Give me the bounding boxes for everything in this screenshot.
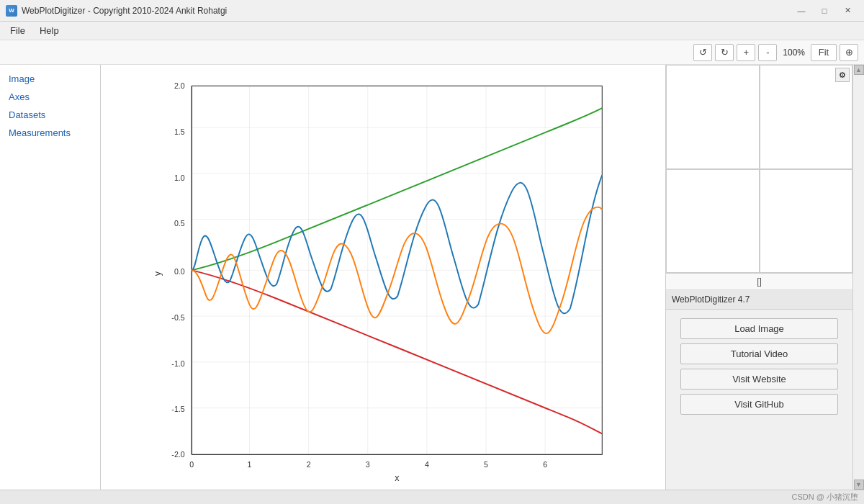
menu-file[interactable]: File	[3, 24, 32, 37]
left-sidebar: Image Axes Datasets Measurements	[0, 65, 101, 490]
plot-area: 2.0 1.5 1.0 0.5 0.0 -0.5 -1.0 -1.5 -2.0 …	[101, 65, 665, 490]
zoom-out-button[interactable]: -	[758, 44, 777, 61]
svg-text:5: 5	[484, 460, 488, 469]
chart-svg: 2.0 1.5 1.0 0.5 0.0 -0.5 -1.0 -1.5 -2.0 …	[108, 72, 658, 482]
svg-text:2: 2	[307, 460, 311, 469]
crosshair-button[interactable]: ⊕	[840, 44, 858, 61]
svg-text:6: 6	[543, 460, 547, 469]
bottom-bar: CSDN @ 小猪沉堕	[0, 490, 864, 504]
svg-text:-2.0: -2.0	[171, 450, 184, 459]
action-buttons: Load Image Tutorial Video Visit Website …	[666, 310, 852, 423]
svg-text:x: x	[395, 473, 400, 482]
close-button[interactable]: ✕	[837, 4, 858, 18]
svg-text:3: 3	[366, 460, 370, 469]
svg-text:1.5: 1.5	[174, 127, 185, 136]
scroll-down-button[interactable]: ▼	[854, 480, 864, 490]
toolbar: ↺ ↻ + - 100% Fit ⊕	[0, 40, 864, 65]
preview-settings-button[interactable]: ⚙	[835, 68, 850, 82]
watermark-text: CSDN @ 小猪沉堕	[792, 492, 858, 503]
scroll-up-button[interactable]: ▲	[854, 65, 864, 75]
svg-text:0: 0	[189, 460, 194, 469]
svg-text:-1.5: -1.5	[171, 405, 184, 413]
title-bar-left: W WebPlotDigitizer - Copyright 2010-2024…	[6, 5, 227, 17]
zoom-in-button[interactable]: +	[737, 44, 755, 61]
minimize-button[interactable]: —	[791, 4, 812, 18]
svg-text:4: 4	[425, 460, 429, 469]
title-text: WebPlotDigitizer - Copyright 2010-2024 A…	[22, 6, 227, 16]
preview-q3	[666, 169, 760, 274]
main-content: Image Axes Datasets Measurements	[0, 65, 864, 490]
tutorial-video-button[interactable]: Tutorial Video	[680, 343, 838, 364]
right-panel: ⚙ [] WebPlotDigitizer 4.7 Load Image Tut…	[665, 65, 852, 490]
menu-bar: File Help	[0, 22, 864, 40]
preview-label: []	[666, 274, 852, 290]
menu-help[interactable]: Help	[32, 24, 66, 37]
svg-text:-1.0: -1.0	[171, 359, 184, 368]
maximize-button[interactable]: □	[814, 4, 835, 18]
zoom-level: 100%	[780, 48, 808, 58]
svg-text:2.0: 2.0	[174, 81, 185, 90]
right-scrollbar: ▲ ▼	[852, 65, 864, 490]
svg-text:1: 1	[248, 460, 252, 469]
svg-text:0.5: 0.5	[174, 219, 185, 228]
sidebar-item-axes[interactable]: Axes	[6, 90, 94, 104]
sidebar-item-measurements[interactable]: Measurements	[6, 126, 94, 140]
svg-text:-0.5: -0.5	[171, 313, 184, 322]
sidebar-item-datasets[interactable]: Datasets	[6, 108, 94, 122]
rotate-right-button[interactable]: ↻	[715, 44, 734, 61]
preview-q1	[666, 65, 760, 169]
svg-text:0.0: 0.0	[174, 267, 185, 276]
rotate-left-button[interactable]: ↺	[693, 44, 712, 61]
version-bar: WebPlotDigitizer 4.7	[666, 290, 852, 310]
sidebar-item-image[interactable]: Image	[6, 72, 94, 86]
preview-area: ⚙	[666, 65, 852, 274]
svg-text:1.0: 1.0	[174, 174, 185, 182]
svg-text:y: y	[153, 271, 163, 276]
fit-button[interactable]: Fit	[811, 44, 837, 61]
load-image-button[interactable]: Load Image	[680, 318, 838, 339]
preview-q4	[760, 169, 853, 274]
title-bar: W WebPlotDigitizer - Copyright 2010-2024…	[0, 0, 864, 22]
visit-website-button[interactable]: Visit Website	[680, 369, 838, 390]
window-controls: — □ ✕	[791, 4, 858, 18]
visit-github-button[interactable]: Visit GitHub	[680, 394, 838, 415]
app-icon: W	[6, 5, 17, 17]
